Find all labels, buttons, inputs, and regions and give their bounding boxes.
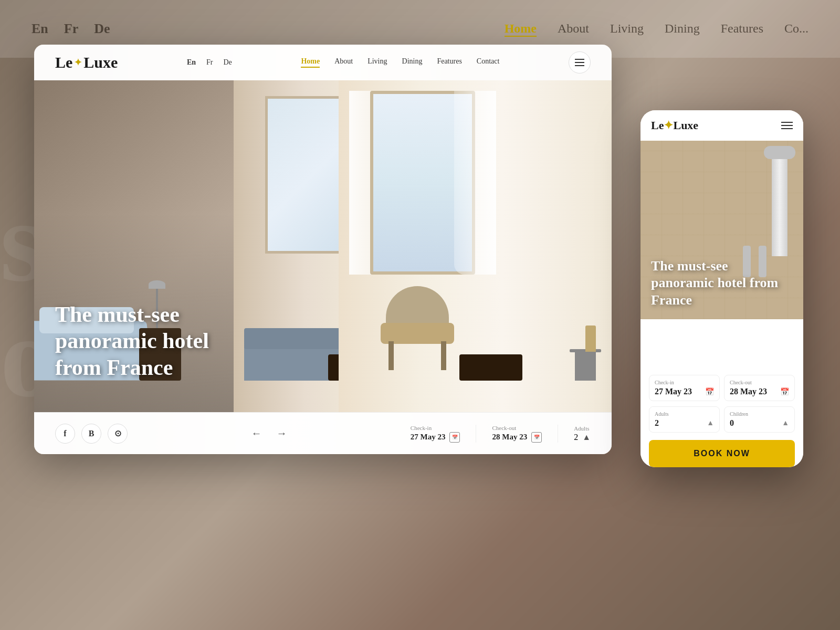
bg-nav-features: Features	[721, 22, 763, 37]
bg-nav-living: Living	[610, 22, 644, 37]
mobile-checkin-field[interactable]: Check-in 27 May 23 📅	[649, 375, 720, 401]
bg-nav-links: Home About Living Dining Features Co...	[505, 22, 808, 37]
adults-value: 2	[574, 433, 578, 442]
mobile-checkin-calendar-icon[interactable]: 📅	[705, 387, 714, 396]
mobile-adults-value-row: 2 ▲	[655, 418, 714, 428]
hamburger-line-1	[575, 59, 584, 60]
mobile-checkin-value-row: 27 May 23 📅	[655, 387, 714, 396]
carousel-nav: ← →	[247, 425, 291, 442]
adults-field[interactable]: Adults 2 ▲	[574, 425, 591, 442]
bg-nav-dining: Dining	[665, 22, 700, 37]
mobile-adults-value: 2	[655, 418, 659, 428]
mobile-children-field[interactable]: Children 0 ▲	[724, 406, 795, 433]
mobile-adults-stepper-up[interactable]: ▲	[707, 419, 714, 427]
desktop-logo: Le✦Luxe	[55, 54, 118, 71]
sofa-back	[244, 328, 349, 349]
facebook-icon[interactable]: f	[55, 424, 75, 444]
mobile-children-value: 0	[730, 418, 734, 428]
nav-contact[interactable]: Contact	[477, 57, 500, 68]
checkout-calendar-icon[interactable]: 📅	[531, 432, 542, 443]
mobile-hero-title: The must-see panoramic hotel from France	[651, 258, 793, 309]
logo-luxe: Luxe	[83, 54, 118, 71]
adults-stepper: 2 ▲	[574, 433, 591, 442]
mobile-checkout-value-row: 28 May 23 📅	[730, 387, 789, 396]
shower-chrome	[772, 151, 788, 256]
mobile-adults-label: Adults	[655, 411, 714, 417]
mobile-logo-star: ✦	[664, 119, 673, 132]
adults-stepper-up[interactable]: ▲	[582, 433, 591, 442]
desktop-booking-bar: f B ⊙ ← → Check-in 27 May 23 📅 Check-out…	[34, 412, 612, 454]
lang-fr[interactable]: Fr	[206, 58, 213, 67]
book-now-button[interactable]: BOOK NOW	[649, 440, 795, 467]
nav-features[interactable]: Features	[437, 57, 461, 68]
mobile-hamburger-line-2	[781, 125, 793, 126]
mobile-booking-row-2: Adults 2 ▲ Children 0 ▲	[649, 406, 795, 433]
lang-en[interactable]: En	[187, 58, 196, 67]
mobile-hero-headline: The must-see panoramic hotel from France	[651, 258, 793, 309]
nav-living[interactable]: Living	[368, 57, 387, 68]
nav-dining[interactable]: Dining	[402, 57, 423, 68]
coffee-table	[459, 354, 522, 381]
next-arrow[interactable]: →	[272, 425, 291, 442]
curtain-right	[454, 91, 496, 275]
checkin-value-row: 27 May 23 📅	[411, 432, 460, 443]
logo-star: ✦	[74, 57, 82, 68]
checkin-calendar-icon[interactable]: 📅	[449, 432, 460, 443]
tripadvisor-icon[interactable]: ⊙	[108, 424, 128, 444]
checkout-date: 28 May 23	[492, 433, 527, 442]
nav-home[interactable]: Home	[301, 57, 320, 68]
prev-arrow[interactable]: ←	[247, 425, 266, 442]
bg-nav-languages: En Fr De	[32, 21, 110, 37]
logo-le: Le	[55, 54, 72, 71]
mobile-logo-luxe: Luxe	[673, 119, 698, 132]
adults-label: Adults	[574, 425, 589, 432]
lang-de[interactable]: De	[224, 58, 232, 67]
vase-decor	[585, 326, 596, 352]
mobile-hamburger-line-3	[781, 128, 793, 129]
mobile-header: Le✦Luxe	[640, 110, 803, 141]
social-icons: f B ⊙	[55, 424, 128, 444]
bg-nav-about: About	[558, 22, 589, 37]
mobile-children-stepper-up[interactable]: ▲	[782, 419, 789, 427]
mobile-checkout-field[interactable]: Check-out 28 May 23 📅	[724, 375, 795, 401]
bg-nav-home: Home	[505, 22, 537, 37]
checkout-value-row: 28 May 23 📅	[492, 432, 542, 443]
mobile-checkin-date: 27 May 23	[655, 387, 692, 396]
mobile-hamburger-button[interactable]	[781, 122, 793, 129]
mobile-children-label: Children	[730, 411, 789, 417]
shower-head	[764, 146, 795, 159]
header-languages[interactable]: En Fr De	[187, 58, 232, 67]
mobile-booking-form: Check-in 27 May 23 📅 Check-out 28 May 23…	[640, 366, 803, 467]
checkin-label: Check-in	[411, 425, 432, 431]
checkout-field[interactable]: Check-out 28 May 23 📅	[492, 425, 542, 443]
mobile-children-value-row: 0 ▲	[730, 418, 789, 428]
desktop-mockup: Le✦Luxe En Fr De Home About Living Dinin…	[34, 45, 612, 454]
mobile-checkout-date: 28 May 23	[730, 387, 767, 396]
mobile-checkout-calendar-icon[interactable]: 📅	[780, 387, 789, 396]
nav-about[interactable]: About	[334, 57, 353, 68]
checkout-label: Check-out	[492, 425, 516, 431]
chair-seat	[381, 323, 454, 344]
desktop-header: Le✦Luxe En Fr De Home About Living Dinin…	[34, 45, 612, 80]
booking-icon[interactable]: B	[81, 424, 101, 444]
mobile-logo: Le✦Luxe	[651, 119, 698, 132]
field-divider-1	[476, 425, 476, 443]
desktop-hero-bg	[34, 45, 612, 454]
side-table-body	[575, 352, 596, 381]
checkin-date: 27 May 23	[411, 433, 446, 442]
side-table	[570, 349, 601, 381]
mobile-hamburger-line-1	[781, 122, 793, 123]
bg-nav-contact: Co...	[784, 22, 808, 37]
hamburger-menu-button[interactable]	[569, 51, 591, 74]
hero-room-right	[339, 80, 612, 412]
mobile-adults-field[interactable]: Adults 2 ▲	[649, 406, 720, 433]
chair-leg1	[388, 341, 394, 370]
mobile-logo-le: Le	[651, 119, 664, 132]
mobile-hero: The must-see panoramic hotel from France	[640, 141, 803, 319]
bg-lang-en: En	[32, 21, 48, 37]
chair-leg2	[441, 341, 446, 370]
mobile-mockup: Le✦Luxe The must-see panoramic hotel fro…	[640, 110, 803, 467]
desktop-nav: Home About Living Dining Features Contac…	[301, 57, 499, 68]
checkin-field[interactable]: Check-in 27 May 23 📅	[411, 425, 460, 443]
hero-headline: The must-see panoramic hotel from France	[55, 301, 255, 381]
